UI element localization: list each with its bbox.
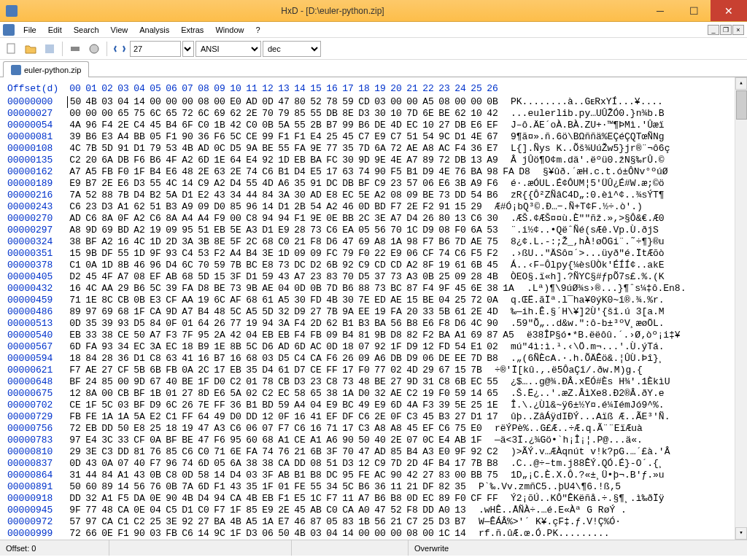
menu-view[interactable]: View xyxy=(105,23,134,36)
window-buttons: ─ ☐ ✕ xyxy=(643,0,747,21)
hex-row[interactable]: 00000540EB3338CE50A7F37F952A4204EBEBF4FB… xyxy=(7,330,740,341)
hex-row[interactable]: 000009459F7748CA0E04C5D1C0F71F85E92E45AB… xyxy=(7,505,740,516)
scroll-thumb[interactable] xyxy=(736,90,747,120)
bytes-per-row-input[interactable] xyxy=(130,41,181,57)
window-title: HxD - [D:\euler-python.zip] xyxy=(22,6,643,16)
title-bar: HxD - [D:\euler-python.zip] ─ ☐ ✕ xyxy=(0,0,747,22)
tab-label: euler-python.zip xyxy=(24,66,81,74)
bpr-dropdown[interactable] xyxy=(182,41,194,57)
svg-rect-1 xyxy=(45,44,54,53)
hex-row[interactable]: 0000099972660EF19003FBC6149C1FD306504B03… xyxy=(7,528,740,540)
hex-row[interactable]: 00000702CE1F5C03BFD96C267EFF36B1BD59A404… xyxy=(7,400,740,411)
hex-row[interactable]: 000008370D430A0740F796746D056A3838CADD08… xyxy=(7,458,740,470)
hex-row[interactable]: 0000008139B6E3A4BB05F19036F65CCE99F1F1E4… xyxy=(7,131,740,143)
hex-row[interactable]: 00000135C2206ADBF6B64FA26D1E64E4921DEBBA… xyxy=(7,155,740,166)
charset-select[interactable]: ANSI xyxy=(196,41,261,57)
mdi-buttons: _ ❐ × xyxy=(708,25,744,35)
tab-bar: euler-python.zip xyxy=(0,60,747,77)
hex-row[interactable]: 00000162A7A5FBF01FB4E6482E632E74C6B1D4E5… xyxy=(7,166,740,178)
hex-row[interactable]: 00000675128A00CBBF1B01278DE65A02C2EC5865… xyxy=(7,388,740,400)
hex-row[interactable]: 000009725797CAC1C2253E9227BA4BA51AE74687… xyxy=(7,516,740,528)
menu-bar: File Edit Search View Analysis Extras Wi… xyxy=(0,22,747,38)
mdi-minimize[interactable]: _ xyxy=(708,25,719,35)
hex-row[interactable]: 00000297A89D69BDA219099551EB5EA3D1E92873… xyxy=(7,225,740,236)
hex-row[interactable]: 00000918DD32A1F5DA0E904BD494CA4BEBF1E51C… xyxy=(7,493,740,505)
app-icon xyxy=(6,5,18,17)
menu-analysis[interactable]: Analysis xyxy=(133,23,175,36)
status-empty2 xyxy=(292,540,409,556)
hex-row[interactable]: 00000432164CAA29B65C39FAD8BE739BAE040D0B… xyxy=(7,283,740,295)
menu-search[interactable]: Search xyxy=(68,23,105,36)
hex-row[interactable]: 00000378C10A1D8B4696D46C70597BBCE873DCD2… xyxy=(7,260,740,271)
status-empty1 xyxy=(109,540,292,556)
hex-header: Offset(d)0001020304050607080910111213141… xyxy=(7,83,740,95)
tab-euler-python[interactable]: euler-python.zip xyxy=(3,61,89,77)
doc-icon xyxy=(3,24,15,36)
hex-row[interactable]: 00000351159BDF551D9F93C453F2A4B43E1D0909… xyxy=(7,248,740,260)
hex-row[interactable]: 00000486899769681FCA9DA7B4485CA55D32D927… xyxy=(7,306,740,318)
hex-body[interactable]: 00000000504B0304140000000800E0AD0D478052… xyxy=(7,96,740,540)
hex-row[interactable]: 00000189E9B72EE6D3554C14C9A2D4554DA63591… xyxy=(7,178,740,190)
menu-file[interactable]: File xyxy=(18,23,42,36)
hex-row[interactable]: 00000729FBFE1A1A5AE2C1FF6449D0DD120F1641… xyxy=(7,411,740,423)
hex-row[interactable]: 00000000504B0304140000000800E0AD0D478052… xyxy=(7,96,740,108)
hex-row[interactable]: 0000002700000065756C65726C69622E70798555… xyxy=(7,108,740,120)
close-button[interactable]: ✕ xyxy=(711,0,747,21)
hex-row[interactable]: 000002167A52887BD4B25AD1E2433444843A30AD… xyxy=(7,190,740,201)
maximize-button[interactable]: ☐ xyxy=(677,0,711,21)
hex-row[interactable]: 0000075672EBDD50E825181947A3C60607F7C616… xyxy=(7,423,740,435)
hex-row[interactable]: 00000405D2454FA708EFAB685D153FD15943A723… xyxy=(7,271,740,283)
scroll-down-button[interactable]: ▾ xyxy=(735,527,747,540)
hex-row[interactable]: 0000032438BFA2164C1D2D3A3B8E5F2C68C021F8… xyxy=(7,236,740,248)
hex-row[interactable]: 00000621F7AE27CF5B6BFB0A2C17EB35D461D7CE… xyxy=(7,365,740,376)
svg-rect-0 xyxy=(7,44,15,53)
hex-row[interactable]: 000001084C7B5D91D179534BAD0CD59ABE55FA9E… xyxy=(7,143,740,155)
hex-row[interactable]: 000000544A96F42EC445B46FC01B42C00B5A552B… xyxy=(7,120,740,131)
menu-window[interactable]: Window xyxy=(209,23,249,36)
menu-edit[interactable]: Edit xyxy=(42,23,68,36)
hex-row[interactable]: 00000459711E8CCB0BE3CFAA196CAF6861A530FD… xyxy=(7,295,740,306)
scroll-up-button[interactable]: ▴ xyxy=(735,77,747,90)
hex-row[interactable]: 0000059418842836D1C8634116B7166803D5C4CA… xyxy=(7,353,740,365)
minimize-button[interactable]: ─ xyxy=(643,0,677,21)
hex-view[interactable]: Offset(d)0001020304050607080910111213141… xyxy=(0,77,747,540)
arrows-icon[interactable] xyxy=(111,40,128,58)
file-icon xyxy=(11,65,21,75)
mdi-close[interactable]: × xyxy=(732,25,744,35)
status-offset: Offset: 0 xyxy=(0,540,109,556)
toolbar: ANSI dec xyxy=(0,38,747,60)
status-bar: Offset: 0 Overwrite xyxy=(0,540,747,556)
hex-row[interactable]: 00000243C623D3A16251B3A909D0859614D12B54… xyxy=(7,201,740,213)
svg-rect-2 xyxy=(71,47,80,51)
hex-row[interactable]: 000005130D353993D5840F0164267719943AF42D… xyxy=(7,318,740,330)
disk-button[interactable] xyxy=(85,40,103,58)
hex-row[interactable]: 00000648BF2485009D6740BE1FD0C20178CBD323… xyxy=(7,376,740,388)
vertical-scrollbar[interactable]: ▴ ▾ xyxy=(735,77,747,540)
new-button[interactable] xyxy=(3,40,20,58)
hex-row[interactable]: 00000810293EC3DD817685C6C0716EFA7476216B… xyxy=(7,446,740,458)
menu-extras[interactable]: Extras xyxy=(175,23,209,36)
hex-row[interactable]: 000005676DFA9334EC3AEC18B91E8B5CD6AD6DAC… xyxy=(7,341,740,353)
menu-help[interactable]: ? xyxy=(250,23,266,36)
mdi-restore[interactable]: ❐ xyxy=(720,25,732,35)
hex-row[interactable]: 000008915060891456760B7A6DF143351F01FE55… xyxy=(7,481,740,493)
hex-row[interactable]: 0000078397E43C33CF0ABFBE47F6956068A1CEA1… xyxy=(7,435,740,446)
open-button[interactable] xyxy=(22,40,39,58)
hex-row[interactable]: 00000864314484A1430BC80D5814D4033FABB1B8… xyxy=(7,470,740,481)
save-button[interactable] xyxy=(41,40,58,58)
hex-row[interactable]: 00000270ADC68A0FA2C68AA4A4F900C89494F19E… xyxy=(7,213,740,225)
svg-point-3 xyxy=(90,44,98,53)
base-select[interactable]: dec xyxy=(263,41,321,57)
status-mode: Overwrite xyxy=(409,540,747,556)
ram-button[interactable] xyxy=(66,40,84,58)
